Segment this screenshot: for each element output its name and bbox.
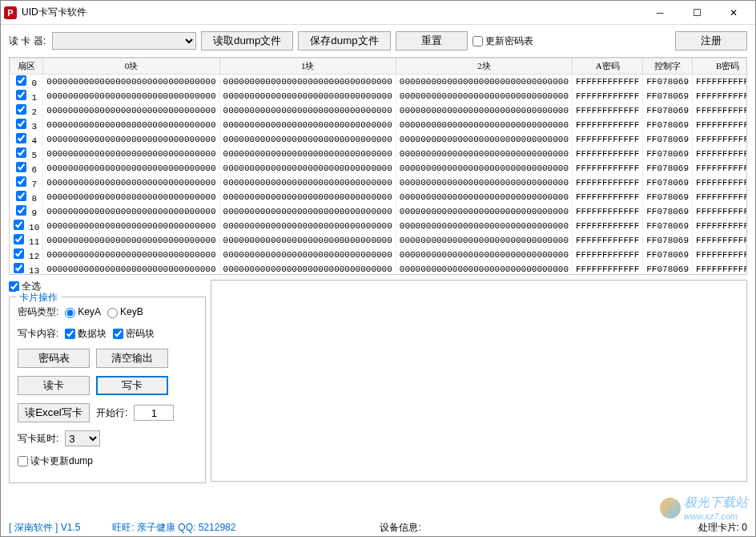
cell-block1[interactable]: 00000000000000000000000000000000 — [219, 147, 396, 161]
row-checkbox[interactable] — [14, 220, 24, 230]
cell-ctrl[interactable]: FF078069 — [643, 75, 693, 90]
cell-pwdA[interactable]: FFFFFFFFFFFF — [573, 147, 643, 161]
cell-pwdB[interactable]: FFFFFFFFFFFF — [693, 233, 747, 248]
cell-pwdA[interactable]: FFFFFFFFFFFF — [573, 75, 643, 90]
cell-ctrl[interactable]: FF078069 — [643, 219, 693, 233]
cell-block1[interactable]: 00000000000000000000000000000000 — [219, 190, 396, 204]
data-block-checkbox[interactable]: 数据块 — [65, 327, 107, 341]
cell-block1[interactable]: 00000000000000000000000000000000 — [219, 219, 396, 233]
cell-block0[interactable]: 00000000000000000000000000000000 — [43, 204, 219, 219]
keyB-radio[interactable]: KeyB — [107, 306, 143, 317]
cell-pwdA[interactable]: FFFFFFFFFFFF — [573, 118, 643, 132]
cell-pwdB[interactable]: FFFFFFFFFFFF — [693, 190, 747, 204]
cell-block2[interactable]: 00000000000000000000000000000000 — [396, 89, 572, 103]
cell-block0[interactable]: 00000000000000000000000000000000 — [43, 118, 219, 132]
row-checkbox[interactable] — [14, 263, 24, 273]
maximize-button[interactable]: ☐ — [678, 1, 715, 25]
load-dump-button[interactable]: 读取dump文件 — [201, 31, 293, 50]
cell-block1[interactable]: 00000000000000000000000000000000 — [219, 118, 396, 132]
save-dump-button[interactable]: 保存dump文件 — [298, 31, 390, 50]
cell-pwdB[interactable]: FFFFFFFFFFFF — [693, 262, 747, 275]
cell-pwdA[interactable]: FFFFFFFFFFFF — [573, 204, 643, 219]
pwdtable-button[interactable]: 密码表 — [18, 349, 90, 368]
cell-block0[interactable]: 00000000000000000000000000000000 — [43, 103, 219, 118]
cell-ctrl[interactable]: FF078069 — [643, 204, 693, 219]
cell-ctrl[interactable]: FF078069 — [643, 176, 693, 190]
update-pwdtable-checkbox[interactable]: 更新密码表 — [472, 34, 533, 48]
cell-block0[interactable]: 00000000000000000000000000000000 — [43, 219, 219, 233]
row-checkbox[interactable] — [16, 75, 26, 86]
cell-ctrl[interactable]: FF078069 — [643, 103, 693, 118]
cell-block0[interactable]: 00000000000000000000000000000000 — [43, 147, 219, 161]
cell-block1[interactable]: 00000000000000000000000000000000 — [219, 89, 396, 103]
row-checkbox[interactable] — [16, 147, 26, 158]
cell-ctrl[interactable]: FF078069 — [643, 147, 693, 161]
cell-pwdB[interactable]: FFFFFFFFFFFF — [693, 219, 747, 233]
read-excel-write-button[interactable]: 读Excel写卡 — [18, 403, 90, 422]
cell-ctrl[interactable]: FF078069 — [643, 161, 693, 176]
cell-block0[interactable]: 00000000000000000000000000000000 — [43, 233, 219, 248]
cell-pwdB[interactable]: FFFFFFFFFFFF — [693, 103, 747, 118]
cell-pwdA[interactable]: FFFFFFFFFFFF — [573, 103, 643, 118]
cell-block2[interactable]: 00000000000000000000000000000000 — [396, 118, 572, 132]
cell-pwdB[interactable]: FFFFFFFFFFFF — [693, 75, 747, 90]
cell-block0[interactable]: 00000000000000000000000000000000 — [43, 161, 219, 176]
keyA-radio[interactable]: KeyA — [65, 306, 101, 317]
register-button[interactable]: 注册 — [675, 31, 747, 50]
cell-block1[interactable]: 00000000000000000000000000000000 — [219, 103, 396, 118]
cell-block1[interactable]: 00000000000000000000000000000000 — [219, 233, 396, 248]
start-row-input[interactable] — [134, 405, 174, 421]
cell-block2[interactable]: 00000000000000000000000000000000 — [396, 248, 572, 262]
cell-block2[interactable]: 00000000000000000000000000000000 — [396, 103, 572, 118]
row-checkbox[interactable] — [16, 162, 26, 172]
cell-pwdB[interactable]: FFFFFFFFFFFF — [693, 176, 747, 190]
cell-block0[interactable]: 00000000000000000000000000000000 — [43, 262, 219, 275]
cell-pwdB[interactable]: FFFFFFFFFFFF — [693, 89, 747, 103]
cell-block2[interactable]: 00000000000000000000000000000000 — [396, 204, 572, 219]
output-textarea[interactable] — [211, 280, 747, 482]
cell-block2[interactable]: 00000000000000000000000000000000 — [396, 132, 572, 147]
cell-pwdB[interactable]: FFFFFFFFFFFF — [693, 161, 747, 176]
cell-pwdA[interactable]: FFFFFFFFFFFF — [573, 262, 643, 275]
row-checkbox[interactable] — [16, 90, 26, 100]
cell-pwdB[interactable]: FFFFFFFFFFFF — [693, 248, 747, 262]
row-checkbox[interactable] — [16, 191, 26, 201]
row-checkbox[interactable] — [14, 234, 24, 244]
cell-block2[interactable]: 00000000000000000000000000000000 — [396, 219, 572, 233]
cell-block2[interactable]: 00000000000000000000000000000000 — [396, 233, 572, 248]
cell-pwdB[interactable]: FFFFFFFFFFFF — [693, 147, 747, 161]
write-delay-select[interactable]: 3 — [65, 430, 100, 446]
cell-block1[interactable]: 00000000000000000000000000000000 — [219, 161, 396, 176]
cell-block0[interactable]: 00000000000000000000000000000000 — [43, 176, 219, 190]
read-card-button[interactable]: 读卡 — [18, 376, 90, 395]
cell-ctrl[interactable]: FF078069 — [643, 190, 693, 204]
cell-pwdB[interactable]: FFFFFFFFFFFF — [693, 132, 747, 147]
pwd-block-checkbox[interactable]: 密码块 — [113, 327, 155, 341]
row-checkbox[interactable] — [16, 104, 26, 115]
minimize-button[interactable]: ─ — [641, 1, 678, 25]
cell-pwdA[interactable]: FFFFFFFFFFFF — [573, 219, 643, 233]
cell-ctrl[interactable]: FF078069 — [643, 89, 693, 103]
cell-block2[interactable]: 00000000000000000000000000000000 — [396, 262, 572, 275]
cell-block0[interactable]: 00000000000000000000000000000000 — [43, 190, 219, 204]
cell-block1[interactable]: 00000000000000000000000000000000 — [219, 132, 396, 147]
row-checkbox[interactable] — [16, 205, 26, 216]
cell-ctrl[interactable]: FF078069 — [643, 118, 693, 132]
cell-block2[interactable]: 00000000000000000000000000000000 — [396, 176, 572, 190]
reset-button[interactable]: 重置 — [396, 31, 468, 50]
cell-pwdA[interactable]: FFFFFFFFFFFF — [573, 161, 643, 176]
reader-select[interactable] — [52, 32, 196, 50]
cell-pwdA[interactable]: FFFFFFFFFFFF — [573, 190, 643, 204]
row-checkbox[interactable] — [16, 133, 26, 143]
cell-block1[interactable]: 00000000000000000000000000000000 — [219, 176, 396, 190]
cell-block1[interactable]: 00000000000000000000000000000000 — [219, 262, 396, 275]
cell-block1[interactable]: 00000000000000000000000000000000 — [219, 248, 396, 262]
cell-ctrl[interactable]: FF078069 — [643, 248, 693, 262]
cell-ctrl[interactable]: FF078069 — [643, 132, 693, 147]
row-checkbox[interactable] — [16, 176, 26, 187]
cell-pwdA[interactable]: FFFFFFFFFFFF — [573, 89, 643, 103]
cell-block2[interactable]: 00000000000000000000000000000000 — [396, 75, 572, 90]
cell-ctrl[interactable]: FF078069 — [643, 262, 693, 275]
write-card-button[interactable]: 写卡 — [96, 376, 168, 395]
cell-pwdA[interactable]: FFFFFFFFFFFF — [573, 248, 643, 262]
